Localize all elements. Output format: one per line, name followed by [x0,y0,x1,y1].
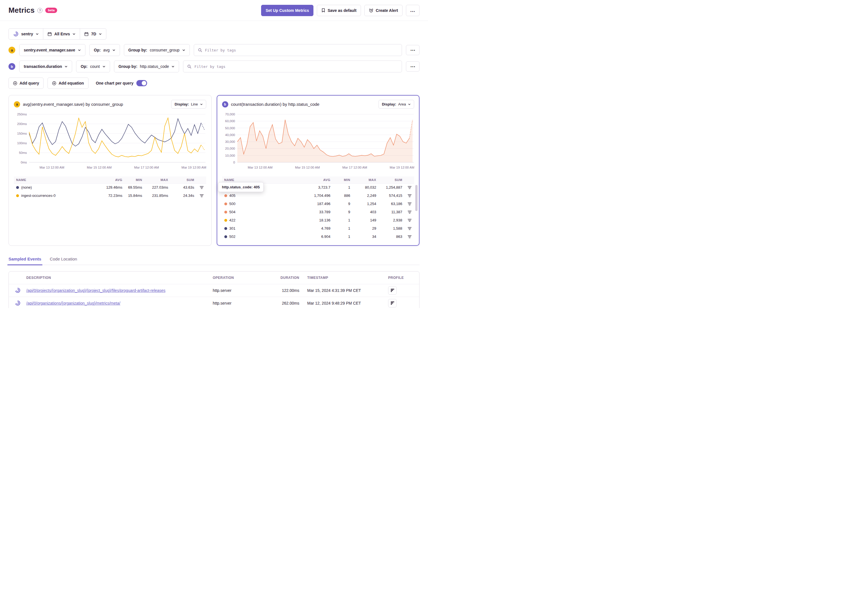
series-row[interactable]: 50433.789940311,387 [222,208,414,216]
series-row[interactable]: 3014.7691291,588 [222,225,414,233]
series-row[interactable]: 42218.13611492,938 [222,216,414,225]
svg-text:50ms: 50ms [19,151,27,154]
setup-custom-metrics-button[interactable]: Set Up Custom Metrics [261,5,313,16]
series-avg: 3,723.7 [299,185,330,189]
query-row-b: b transaction.duration Op: count Group b… [8,60,420,72]
tag-filter-input-a[interactable] [205,48,398,52]
series-row[interactable]: 500187.49691,25463,186 [222,200,414,208]
tag-filter-input-b[interactable] [194,65,398,69]
series-row[interactable]: 5026.904134863 [222,233,414,241]
series-avg: 4.769 [299,226,330,231]
series-name: 504 [224,210,300,214]
event-description-link[interactable]: /api/0/projects/{organization_slug}/{pro… [26,288,165,293]
display-selector-b[interactable]: Display: Area [379,100,414,109]
row-options-icon[interactable] [407,210,412,214]
svg-text:Mar 15 12:00 AM: Mar 15 12:00 AM [87,166,111,169]
tab-code-location[interactable]: Code Location [50,257,77,265]
plus-circle-icon [13,81,17,85]
row-options-icon[interactable] [407,218,412,223]
profile-button[interactable] [388,286,397,295]
tab-sampled-events[interactable]: Sampled Events [8,257,41,265]
header-more-button[interactable]: … [406,5,420,16]
svg-text:150ms: 150ms [17,132,27,135]
series-row[interactable]: (none)129.46ms69.55ms227.03ms43.63s [14,183,206,192]
series-row[interactable]: 4051,704.4968862,249574,415 [222,192,414,200]
one-chart-per-query-toggle[interactable] [136,80,147,86]
charts-row: a avg(sentry.event_manager.save) by cons… [8,95,420,246]
svg-text:Mar 15 12:00 AM: Mar 15 12:00 AM [295,166,320,169]
op-selector-a[interactable]: Op: avg [89,44,120,56]
event-row[interactable]: /api/0/organizations/{organization_slug}… [9,297,419,308]
line-chart-a[interactable]: 0ms50ms100ms150ms200ms250msMar 13 12:00 … [14,111,206,173]
series-max: 1,254 [350,202,376,206]
event-operation: http.server [213,288,266,293]
series-color-dot [224,211,227,214]
save-as-default-button[interactable]: Save as default [317,5,361,16]
series-avg: 1,704.496 [299,194,330,198]
date-range-selector[interactable]: 7D [80,29,106,39]
series-row[interactable]: ingest-occurrences-072.23ms15.84ms231.85… [14,192,206,200]
series-name: 422 [224,218,300,222]
query-more-button-a[interactable]: ⋯ [406,45,420,55]
sentry-project-icon [13,31,18,37]
query-badge-b: b [8,63,15,70]
series-avg: 18.136 [299,218,330,222]
profile-flamegraph-icon [390,288,395,293]
series-avg: 6.904 [299,234,330,239]
event-description-link[interactable]: /api/0/organizations/{organization_slug}… [26,301,120,305]
search-icon [198,48,202,52]
table-scrollbar[interactable] [415,185,417,211]
svg-text:Mar 17 12:00 AM: Mar 17 12:00 AM [342,166,367,169]
series-sum: 11,387 [376,210,402,214]
tag-filter-a [194,44,402,56]
display-selector-a[interactable]: Display: Line [171,100,206,109]
project-selector[interactable]: sentry [9,29,43,39]
row-options-icon[interactable] [407,194,412,198]
series-name: 405 [224,194,300,198]
row-options-icon[interactable] [199,185,204,190]
add-equation-button[interactable]: Add equation [48,77,88,89]
svg-text:0ms: 0ms [21,161,27,164]
series-min: 1 [330,185,350,189]
row-options-icon[interactable] [407,234,412,239]
environment-selector[interactable]: All Envs [43,29,80,39]
svg-text:50,000: 50,000 [225,126,235,130]
bottom-tabs: Sampled Events Code Location [8,257,420,265]
panel-title-a: avg(sentry.event_manager.save) by consum… [23,102,123,106]
series-max: 403 [350,210,376,214]
metric-selector-b[interactable]: transaction.duration [19,60,72,72]
create-alert-button[interactable]: Create Alert [364,5,403,16]
series-sum: 1,254,887 [376,185,402,189]
row-options-icon[interactable] [407,185,412,190]
svg-text:60,000: 60,000 [225,119,235,123]
row-options-icon[interactable] [407,226,412,231]
chart-panel-a[interactable]: a avg(sentry.event_manager.save) by cons… [8,95,212,246]
event-timestamp: Mar 12, 2024 9:48:29 PM CET [303,301,388,305]
add-query-button[interactable]: Add query [8,77,43,89]
hover-tooltip: http.status_code: 405 [218,182,264,192]
help-icon[interactable]: ? [37,8,42,13]
row-options-icon[interactable] [407,202,412,206]
row-options-icon[interactable] [199,194,204,198]
series-min: 1 [330,226,350,231]
metrics-page: Metrics ? beta Set Up Custom Metrics Sav… [0,0,428,308]
chart-panel-b[interactable]: b count(transaction.duration) by http.st… [217,95,420,246]
op-selector-b[interactable]: Op: count [76,60,110,72]
svg-text:100ms: 100ms [17,142,27,145]
query-more-button-b[interactable]: ⋯ [406,62,420,72]
metric-selector-a[interactable]: sentry.event_manager.save [19,44,85,56]
profile-button[interactable] [388,299,397,308]
series-min: 15.84ms [123,194,142,198]
series-color-dot [16,186,19,189]
scope-bar: sentry All Envs 7D [8,28,420,40]
series-min: 9 [330,202,350,206]
event-row[interactable]: /api/0/projects/{organization_slug}/{pro… [9,284,419,297]
series-max: 80,032 [350,185,376,189]
series-avg: 129.46ms [91,185,123,189]
series-sum: 574,415 [376,194,402,198]
svg-text:Mar 13 12:00 AM: Mar 13 12:00 AM [248,166,272,169]
series-avg: 72.23ms [91,194,123,198]
groupby-selector-a[interactable]: Group by: consumer_group [124,44,190,56]
area-chart-b[interactable]: 010,00020,00030,00040,00050,00060,00070,… [222,111,414,173]
groupby-selector-b[interactable]: Group by: http.status_code [114,60,179,72]
